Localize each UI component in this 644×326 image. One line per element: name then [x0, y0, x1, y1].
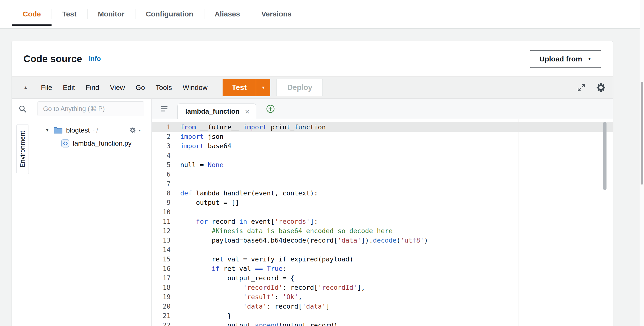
- tab-list-icon[interactable]: [160, 104, 168, 113]
- page-tabs: Code Test Monitor Configuration Aliases …: [0, 0, 644, 28]
- upload-from-button[interactable]: Upload from ▼: [530, 50, 602, 68]
- goto-anything-input[interactable]: [38, 101, 144, 116]
- tree-row-folder[interactable]: ▼ blogtest - / ▼: [33, 124, 152, 137]
- tab-configuration-label: Configuration: [146, 10, 193, 18]
- panel-header: Code source Info Upload from ▼: [12, 41, 613, 76]
- code-line[interactable]: 11 for record in event['records']:: [152, 217, 613, 226]
- code-line[interactable]: 16 if ret_val == True:: [152, 264, 613, 273]
- tab-monitor[interactable]: Monitor: [87, 0, 135, 28]
- chevron-down-icon: ▼: [138, 129, 141, 132]
- code-text: ret_val = verify_if_expired(payload): [180, 254, 353, 264]
- code-text: output.append(output_record): [180, 320, 338, 326]
- tab-configuration[interactable]: Configuration: [135, 0, 204, 28]
- code-line[interactable]: 1from __future__ import print_function: [152, 122, 613, 132]
- line-number: 2: [152, 132, 170, 141]
- code-text: output = []: [180, 198, 239, 207]
- close-icon[interactable]: ×: [245, 108, 250, 116]
- code-area[interactable]: 1from __future__ import print_function2i…: [152, 119, 613, 326]
- menu-tools[interactable]: Tools: [150, 84, 177, 92]
- folder-settings-button[interactable]: ▼: [129, 127, 141, 134]
- line-number: 9: [152, 198, 170, 207]
- code-line[interactable]: 2import json: [152, 132, 613, 141]
- code-line[interactable]: 8def lambda_handler(event, context):: [152, 188, 613, 198]
- menu-view[interactable]: View: [104, 84, 130, 92]
- test-button-label: Test: [222, 79, 256, 96]
- menu-find[interactable]: Find: [80, 84, 104, 92]
- tab-code-label: Code: [23, 10, 41, 18]
- code-line[interactable]: 22 output.append(output_record): [152, 320, 613, 326]
- menu-go[interactable]: Go: [130, 84, 150, 92]
- code-text: 'data': record['data']: [180, 302, 330, 311]
- code-line[interactable]: 15 ret_val = verify_if_expired(payload): [152, 254, 613, 264]
- code-text: #Kinesis data is base64 encoded so decod…: [180, 226, 393, 236]
- line-number: 6: [152, 170, 170, 179]
- file-name: lambda_function.py: [73, 140, 132, 147]
- code-text: }: [180, 311, 231, 320]
- menu-edit[interactable]: Edit: [58, 84, 80, 92]
- tree-row-file[interactable]: lambda_function.py: [33, 137, 152, 150]
- editor-menubar: File Edit Find View Go Tools Window: [36, 84, 213, 92]
- line-number: 10: [152, 207, 170, 217]
- code-lines: 1from __future__ import print_function2i…: [152, 122, 613, 326]
- code-line[interactable]: 12 #Kinesis data is base64 encoded so de…: [152, 226, 613, 236]
- line-number: 16: [152, 264, 170, 273]
- menu-window[interactable]: Window: [177, 84, 213, 92]
- environment-tab[interactable]: Environment: [16, 124, 29, 174]
- deploy-button[interactable]: Deploy: [276, 79, 323, 96]
- code-line[interactable]: 20 'data': record['data']: [152, 302, 613, 311]
- line-number: 19: [152, 292, 170, 302]
- editor-tab-lambda-function[interactable]: lambda_function ×: [177, 104, 256, 119]
- code-text: import json: [180, 132, 224, 141]
- code-line[interactable]: 21 }: [152, 311, 613, 320]
- test-dropdown-caret[interactable]: ▼: [256, 79, 270, 96]
- line-number: 5: [152, 160, 170, 170]
- upload-from-label: Upload from: [540, 55, 582, 63]
- search-icon[interactable]: [12, 104, 33, 113]
- code-text: 'recordId': record['recordId'],: [180, 283, 365, 292]
- menu-file[interactable]: File: [36, 84, 58, 92]
- editor-shell: Environment ▼ blogtest - / ▼: [12, 99, 613, 326]
- editor-scrollbar-thumb[interactable]: [603, 122, 606, 190]
- tab-aliases-label: Aliases: [214, 10, 240, 18]
- code-line[interactable]: 5null = None: [152, 160, 613, 170]
- code-editor: lambda_function × 1from __future__ impor…: [152, 99, 613, 326]
- test-button[interactable]: Test ▼: [222, 79, 270, 96]
- tab-test[interactable]: Test: [52, 0, 87, 28]
- code-source-panel: Code source Info Upload from ▼ ▲ File Ed…: [12, 41, 613, 326]
- line-number: 17: [152, 273, 170, 283]
- code-line[interactable]: 18 'recordId': record['recordId'],: [152, 283, 613, 292]
- info-link[interactable]: Info: [89, 55, 101, 63]
- code-line[interactable]: 3import base64: [152, 141, 613, 151]
- tab-code[interactable]: Code: [12, 0, 52, 28]
- code-line[interactable]: 17 output_record = {: [152, 273, 613, 283]
- code-line[interactable]: 14: [152, 245, 613, 254]
- folder-disclosure-icon[interactable]: ▼: [45, 128, 52, 133]
- settings-gear-icon[interactable]: [595, 82, 606, 93]
- editor-toolbar: ▲ File Edit Find View Go Tools Window Te…: [12, 76, 613, 99]
- page-scrollbar[interactable]: [640, 0, 644, 326]
- editor-tabstrip: lambda_function ×: [152, 99, 613, 119]
- code-line[interactable]: 4: [152, 151, 613, 160]
- code-line[interactable]: 7: [152, 179, 613, 188]
- page-scrollbar-thumb[interactable]: [640, 82, 643, 184]
- code-line[interactable]: 13 payload=base64.b64decode(record['data…: [152, 236, 613, 245]
- code-line[interactable]: 9 output = []: [152, 198, 613, 207]
- fullscreen-icon[interactable]: [576, 83, 586, 92]
- line-number: 11: [152, 217, 170, 226]
- code-text: def lambda_handler(event, context):: [180, 188, 318, 198]
- code-text: from __future__ import print_function: [180, 122, 326, 132]
- code-line[interactable]: 19 'result': 'Ok',: [152, 292, 613, 302]
- tab-test-label: Test: [62, 10, 76, 18]
- tab-versions[interactable]: Versions: [251, 0, 302, 28]
- code-text: import base64: [180, 141, 231, 151]
- line-number: 13: [152, 236, 170, 245]
- editor-tab-label: lambda_function: [185, 108, 240, 115]
- print-margin-line: [518, 119, 518, 326]
- tab-aliases[interactable]: Aliases: [204, 0, 251, 28]
- add-tab-icon[interactable]: [266, 104, 275, 114]
- collapse-menubar-icon[interactable]: ▲: [22, 85, 30, 90]
- line-number: 3: [152, 141, 170, 151]
- code-line[interactable]: 6: [152, 170, 613, 179]
- line-number: 1: [152, 122, 170, 132]
- code-line[interactable]: 10: [152, 207, 613, 217]
